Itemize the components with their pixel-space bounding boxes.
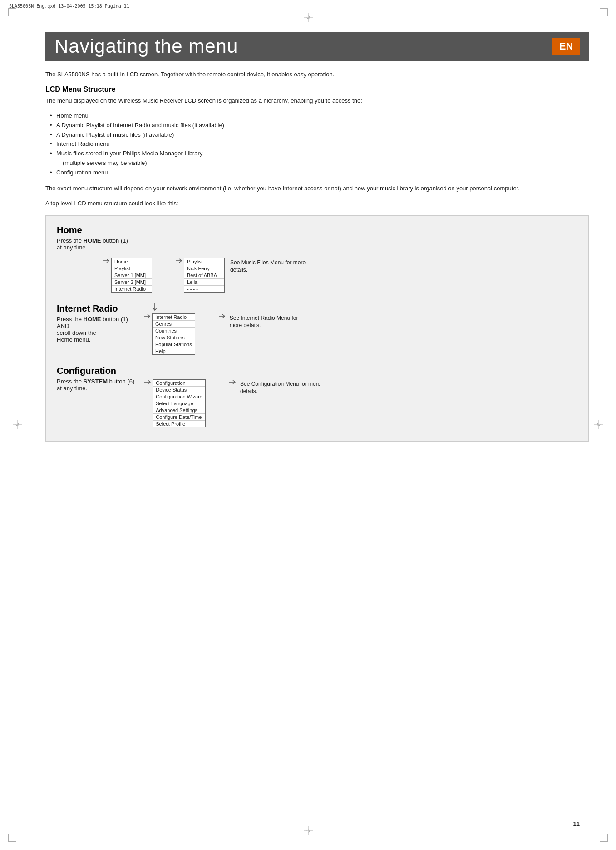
ir-diagram: Internet Radio Genres Countries New Stat… — [143, 303, 311, 355]
home-menu-item-3: Server 2 [MM] — [112, 279, 152, 286]
ir-sub2: button (1) — [101, 316, 128, 323]
home-subtitle-text2: button (1) — [101, 237, 128, 244]
config-main-menu-box: Configuration Device Status Configuratio… — [153, 379, 206, 427]
ir-menu-item-3: New Stations — [153, 334, 195, 341]
configuration-section: Configuration Press the SYSTEM button (6… — [57, 366, 577, 427]
crosshair-top — [304, 13, 313, 24]
home-title: Home — [57, 225, 577, 235]
page-wrapper: SLA5500SN_Eng.qxd 13-04-2005 15:18 Pagin… — [0, 0, 616, 850]
home-sub-menu-box: Playlist Nick Ferry Best of ABBA Leila -… — [184, 258, 225, 293]
home-menu-item-4: Internet Radio — [112, 286, 152, 292]
config-menu-item-4: Advanced Settings — [153, 407, 205, 414]
connector-line — [152, 275, 175, 275]
ir-down-arrow — [152, 303, 158, 312]
list-item: Configuration menu — [50, 168, 589, 178]
ir-menu-item-1: Genres — [153, 321, 195, 328]
file-info-bar: SLA5500SN_Eng.qxd 13-04-2005 15:18 Pagin… — [9, 4, 129, 9]
config-menu-item-2: Configuration Wizard — [153, 393, 205, 400]
config-sub2: button (6) — [108, 378, 134, 385]
home-diagram: Home Playlist Server 1 [MM] Server 2 [MM… — [57, 258, 577, 293]
home-section: Home Press the HOME button (1) at any ti… — [57, 225, 577, 293]
ir-sub-bold: HOME — [84, 316, 101, 323]
corner-mark-br — [600, 834, 608, 842]
config-title: Configuration — [57, 366, 134, 376]
page-number: 11 — [573, 820, 580, 827]
home-sub-item-2: Best of ABBA — [184, 272, 224, 279]
home-sub-item-3: Leila — [184, 279, 224, 286]
lcd-body3: A top level LCD menu structure could loo… — [45, 199, 589, 208]
config-subtitle: Press the SYSTEM button (6) at any time. — [57, 378, 134, 392]
home-menu-item-1: Playlist — [112, 265, 152, 272]
home-menu-item-0: Home — [112, 258, 152, 265]
ir-subtitle: Press the HOME button (1) AND scroll dow… — [57, 316, 134, 343]
ir-menu-row: Internet Radio Genres Countries New Stat… — [143, 313, 311, 355]
config-menu-item-5: Configure Date/Time — [153, 414, 205, 421]
crosshair-bottom — [304, 826, 313, 837]
home-sub-item-0: Playlist — [184, 258, 224, 265]
diagram-box: Home Press the HOME button (1) at any ti… — [45, 215, 589, 442]
main-content: Navigating the menu EN The SLA5500NS has… — [45, 23, 589, 451]
corner-mark-tr — [600, 8, 608, 16]
ir-see-details: See Internet Radio Menu for more details… — [230, 314, 311, 330]
ir-menu-item-0: Internet Radio — [153, 314, 195, 321]
config-menu-item-6: Select Profile — [153, 421, 205, 427]
ir-sub4: scroll down the — [57, 329, 96, 336]
crosshair-left — [13, 420, 22, 431]
ir-arrow-icon-2 — [219, 313, 226, 319]
home-main-menu-box: Home Playlist Server 1 [MM] Server 2 [MM… — [111, 258, 152, 293]
home-sub-item-1: Nick Ferry — [184, 265, 224, 272]
config-layout: Configuration Press the SYSTEM button (6… — [57, 366, 577, 427]
list-item-indent: (multiple servers may be visible) — [50, 159, 589, 168]
lcd-heading: LCD Menu Structure — [45, 85, 589, 94]
lcd-bullet-list: Home menu A Dynamic Playlist of Internet… — [45, 111, 589, 178]
list-item: Home menu — [50, 111, 589, 121]
ir-sub3: AND — [57, 323, 69, 329]
lang-badge: EN — [552, 38, 580, 55]
ir-layout: Internet Radio Press the HOME button (1)… — [57, 303, 577, 355]
ir-menu-item-2: Countries — [153, 328, 195, 334]
home-subtitle-text1: Press the — [57, 237, 84, 244]
config-arrow-icon — [144, 379, 152, 385]
home-subtitle-bold: HOME — [84, 237, 101, 244]
arrow-right-icon-2 — [176, 258, 183, 263]
internet-radio-section: Internet Radio Press the HOME button (1)… — [57, 303, 577, 355]
lcd-section: LCD Menu Structure The menu displayed on… — [45, 85, 589, 208]
config-see-details: See Configuration Menu for more details. — [240, 380, 322, 396]
config-diagram: Configuration Device Status Configuratio… — [143, 379, 322, 427]
config-connector-line — [206, 403, 228, 403]
list-item: Internet Radio menu — [50, 139, 589, 149]
config-sub3: at any time. — [57, 385, 87, 392]
ir-menu-item-4: Popular Stations — [153, 341, 195, 348]
ir-text: Internet Radio Press the HOME button (1)… — [57, 303, 134, 350]
lcd-body2: The exact menu structure will depend on … — [45, 184, 589, 193]
ir-menu-item-5: Help — [153, 348, 195, 354]
config-arrow-icon-2 — [229, 379, 237, 385]
ir-sub1: Press the — [57, 316, 84, 323]
title-bar: Navigating the menu EN — [45, 32, 589, 61]
ir-sub5: Home menu. — [57, 336, 90, 343]
page-title: Navigating the menu — [54, 35, 238, 57]
config-text: Configuration Press the SYSTEM button (6… — [57, 366, 134, 399]
config-menu-item-1: Device Status — [153, 387, 205, 393]
config-menu-item-0: Configuration — [153, 380, 205, 387]
list-item: A Dynamic Playlist of Internet Radio and… — [50, 121, 589, 130]
ir-title: Internet Radio — [57, 303, 134, 314]
list-item: Music files stored in your Philips Media… — [50, 149, 589, 159]
config-menu-item-3: Select Language — [153, 400, 205, 407]
ir-arrow-icon — [144, 313, 151, 319]
home-subtitle: Press the HOME button (1) at any time. — [57, 237, 577, 251]
intro-text: The SLA5500NS has a built-in LCD screen.… — [45, 70, 589, 79]
corner-mark-bl — [8, 834, 16, 842]
home-sub-item-4: - - - - — [184, 286, 224, 292]
config-sub1: Press the — [57, 378, 84, 385]
ir-connector-line — [195, 334, 218, 334]
home-subtitle-text3: at any time. — [57, 244, 87, 251]
home-see-details: See Music Files Menu for more details. — [230, 259, 321, 274]
list-item: A Dynamic Playlist of music files (if av… — [50, 130, 589, 140]
arrow-right-icon — [103, 258, 110, 263]
crosshair-right — [594, 420, 603, 431]
lcd-body1: The menu displayed on the Wireless Music… — [45, 96, 589, 105]
home-menu-item-2: Server 1 [MM] — [112, 272, 152, 279]
corner-mark-tl — [8, 8, 16, 16]
config-sub-bold: SYSTEM — [84, 378, 108, 385]
